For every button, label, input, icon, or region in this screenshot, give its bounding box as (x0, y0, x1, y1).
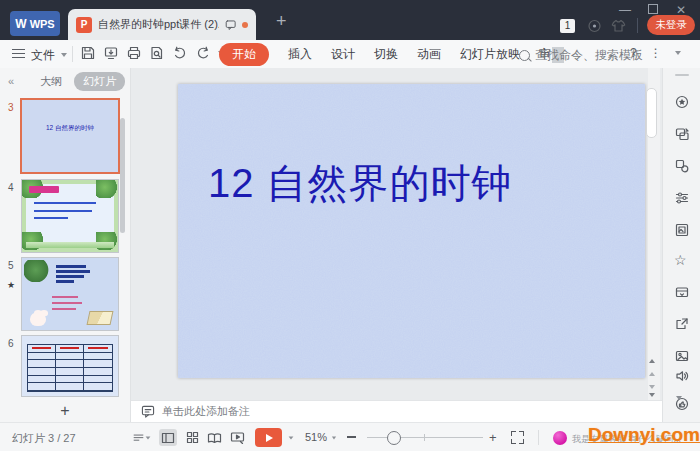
object-properties-icon[interactable] (674, 190, 690, 206)
wps-logo-icon: W (15, 17, 25, 31)
slideshow-from-current-icon[interactable] (228, 429, 246, 446)
redo-icon[interactable] (195, 45, 211, 61)
titlebar-separator (637, 18, 638, 33)
login-button[interactable]: 未登录 (647, 15, 695, 35)
zoom-in-button[interactable]: + (489, 432, 497, 443)
zoom-level[interactable]: 51% (305, 431, 327, 443)
print-preview-icon[interactable] (149, 45, 165, 61)
template-badge-icon[interactable] (674, 94, 690, 110)
panel-scrollbar[interactable] (120, 118, 125, 233)
ribbon-right-controls: ? ⋮ (630, 46, 681, 60)
slide-thumbnail-5[interactable] (22, 258, 118, 330)
fit-to-window-icon[interactable] (511, 431, 524, 444)
slide-canvas[interactable]: 12 自然界的时钟 (178, 84, 645, 378)
animation-star-icon: ★ (7, 280, 15, 290)
slide-thumbnail-6[interactable] (22, 336, 118, 396)
play-slideshow-button[interactable] (255, 428, 282, 447)
main-scrollbar-thumb[interactable] (646, 88, 657, 138)
file-caret-icon[interactable] (61, 53, 67, 57)
rail-drag-handle[interactable] (675, 74, 689, 76)
tab-home[interactable]: 开始 (219, 43, 269, 66)
zoom-caret-icon[interactable] (332, 437, 336, 440)
assistant-icon[interactable] (553, 431, 567, 445)
quick-access-toolbar (80, 45, 224, 61)
hamburger-menu-icon[interactable] (12, 49, 25, 58)
help-button[interactable]: ? (630, 46, 637, 60)
play-options-caret-icon[interactable] (289, 436, 294, 439)
ribbon-bar: 文件 开始 插入 设 (0, 40, 700, 69)
notes-bar[interactable]: 单击此处添加备注 (131, 400, 662, 422)
new-tab-button[interactable]: + (276, 12, 287, 30)
wps-presentation-window: W WPS P 自然界的时钟ppt课件 (2).ppt + — ✕ 1 未登录 … (0, 0, 700, 451)
collapse-panel-button[interactable]: « (8, 75, 14, 87)
tab-outline[interactable]: 大纲 (40, 74, 62, 89)
material-box-icon[interactable] (674, 284, 690, 300)
zoom-slider-handle[interactable] (387, 431, 401, 445)
tab-animation[interactable]: 动画 (417, 46, 441, 63)
reading-view-icon[interactable] (205, 429, 223, 446)
wps-menu-button[interactable]: W WPS (10, 11, 60, 36)
minimize-button[interactable]: — (614, 2, 636, 18)
previous-slide-icon[interactable] (647, 369, 657, 379)
collapse-ribbon-icon[interactable] (675, 51, 681, 55)
slide-layout-icon[interactable] (674, 126, 690, 142)
slide-number: 5 (8, 260, 14, 271)
downyi-watermark: Downyi.com (588, 424, 700, 446)
share-icon[interactable] (674, 316, 690, 332)
notification-icon[interactable] (586, 18, 603, 34)
background-icon[interactable] (674, 222, 690, 238)
normal-view-icon[interactable] (159, 429, 177, 446)
message-count-badge[interactable]: 1 (560, 19, 575, 33)
scroll-up-icon[interactable] (647, 356, 657, 366)
add-slide-button[interactable]: + (0, 400, 130, 422)
panel-header: « 大纲 幻灯片 (0, 68, 130, 94)
statusbar-separator (538, 430, 539, 445)
comment-bubble-icon[interactable] (225, 19, 236, 31)
tab-transition[interactable]: 切换 (374, 46, 398, 63)
notes-bubble-icon (141, 405, 155, 418)
unsaved-dot-icon (242, 22, 248, 28)
notes-toggle-icon[interactable] (133, 429, 151, 446)
document-title: 自然界的时钟ppt课件 (2).ppt (98, 17, 219, 32)
shapes-icon[interactable] (674, 158, 690, 174)
search-placeholder: 查找命令、搜索模板 (535, 47, 643, 64)
right-toolbar: ☆ (662, 68, 700, 422)
slide-editor-area: 12 自然界的时钟 (131, 68, 662, 400)
main-scrollbar[interactable] (648, 68, 660, 400)
maximize-icon (648, 4, 658, 14)
rail-collapse-chevron-icon[interactable] (676, 400, 682, 418)
slide-thumbnail-3[interactable]: 12 自然界的时钟 (22, 100, 118, 172)
ribbon-separator (72, 46, 73, 62)
audio-icon[interactable] (674, 368, 690, 384)
zoom-slider-midtick (424, 434, 425, 441)
wps-app-name: WPS (30, 18, 55, 30)
slide-thumbnail-panel: « 大纲 幻灯片 3 12 自然界的时钟 4 5 ★ (0, 68, 131, 422)
slide-sorter-view-icon[interactable] (183, 429, 201, 446)
slide-thumbnail-4[interactable] (22, 180, 118, 252)
picture-icon[interactable] (674, 348, 690, 364)
command-search[interactable]: 查找命令、搜索模板 (519, 47, 643, 64)
tab-design[interactable]: 设计 (331, 46, 355, 63)
search-icon (519, 50, 530, 61)
export-icon[interactable] (103, 45, 119, 61)
play-icon (266, 434, 273, 442)
undo-icon[interactable] (172, 45, 188, 61)
tab-slides[interactable]: 幻灯片 (74, 72, 125, 91)
save-icon[interactable] (80, 45, 96, 61)
zoom-slider-track[interactable] (367, 437, 483, 438)
tab-insert[interactable]: 插入 (288, 46, 312, 63)
favorites-icon[interactable]: ☆ (674, 252, 687, 268)
skin-theme-icon[interactable] (610, 18, 627, 34)
slide-texture (178, 84, 645, 378)
print-icon[interactable] (126, 45, 142, 61)
scroll-down-icon[interactable] (647, 390, 657, 400)
document-tab[interactable]: P 自然界的时钟ppt课件 (2).ppt (68, 9, 256, 40)
slide-number: 6 (8, 338, 14, 349)
more-options-icon[interactable]: ⋮ (650, 46, 662, 60)
tab-slideshow[interactable]: 幻灯片放映 (460, 46, 520, 63)
titlebar: W WPS P 自然界的时钟ppt课件 (2).ppt + — ✕ 1 未登录 (0, 0, 700, 40)
file-menu[interactable]: 文件 (31, 47, 55, 64)
slide-number: 4 (8, 182, 14, 193)
slide-title-text[interactable]: 12 自然界的时钟 (208, 156, 513, 211)
zoom-out-button[interactable] (347, 436, 356, 438)
